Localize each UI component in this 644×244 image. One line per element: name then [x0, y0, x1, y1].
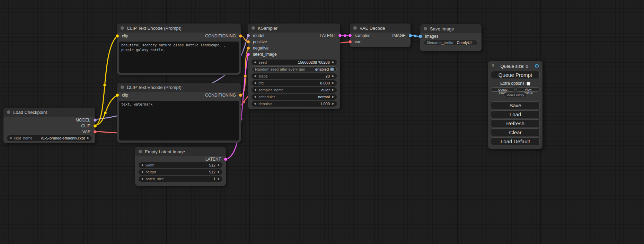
- slot-label: CONDITIONING: [205, 93, 236, 98]
- prompt-textarea[interactable]: beautiful scenery nature glass bottle la…: [119, 42, 239, 73]
- slot-label: samples: [355, 33, 370, 38]
- collapse-dot-icon[interactable]: [353, 26, 357, 30]
- queue-front-button[interactable]: Queue Front: [491, 87, 514, 92]
- settings-gear-icon[interactable]: ⚙: [535, 63, 539, 69]
- samples-input-port[interactable]: [349, 34, 352, 37]
- node-header[interactable]: Empty Latent Image: [135, 147, 226, 156]
- refresh-button[interactable]: Refresh: [491, 119, 540, 127]
- widget-height[interactable]: ◀ height 512 ▶: [139, 169, 222, 175]
- collapse-dot-icon[interactable]: [252, 26, 255, 30]
- node-header[interactable]: KSampler: [248, 24, 340, 33]
- widget-steps[interactable]: ◀ steps 20 ▶: [252, 73, 337, 79]
- conditioning-output-port[interactable]: [239, 94, 242, 97]
- collapse-dot-icon[interactable]: [121, 85, 124, 89]
- latent-output-port[interactable]: [224, 158, 227, 161]
- decrement-icon[interactable]: ◀: [254, 102, 256, 105]
- prev-value-icon[interactable]: ◀: [254, 96, 256, 98]
- widget-value: euler: [286, 88, 330, 92]
- widget-seed[interactable]: ◀ seed 156680208700286 ▶: [252, 60, 337, 65]
- node-load-checkpoint[interactable]: Load Checkpoint MODEL CLIP VAE ◀ ckpt_na…: [3, 108, 95, 143]
- images-input-port[interactable]: [419, 35, 422, 38]
- node-clip-text-encode-positive[interactable]: CLIP Text Encode (Prompt) clip CONDITION…: [117, 24, 241, 75]
- drag-handle-icon[interactable]: ⠿: [491, 64, 494, 69]
- prev-value-icon[interactable]: ◀: [9, 137, 11, 139]
- widget-width[interactable]: ◀ width 512 ▶: [139, 162, 222, 168]
- node-save-image[interactable]: Save Image images filename_prefix ComfyU…: [420, 24, 482, 51]
- clip-output-port[interactable]: [94, 124, 97, 127]
- next-value-icon[interactable]: ▶: [332, 96, 334, 98]
- node-header[interactable]: Load Checkpoint: [3, 108, 95, 117]
- node-vae-decode[interactable]: VAE Decode samples IMAGE vae: [350, 24, 411, 47]
- collapse-dot-icon[interactable]: [139, 150, 142, 153]
- increment-icon[interactable]: ▶: [332, 82, 334, 84]
- widget-value: 20: [270, 74, 329, 78]
- widget-value: 1: [166, 177, 215, 181]
- model-output-port[interactable]: [94, 118, 97, 121]
- node-clip-text-encode-negative[interactable]: CLIP Text Encode (Prompt) clip CONDITION…: [117, 83, 241, 143]
- widget-random-seed-toggle[interactable]: Random seed after every gen enabled: [252, 66, 337, 72]
- clear-button[interactable]: Clear: [491, 128, 540, 136]
- widget-label: batch_size: [145, 177, 164, 181]
- queue-prompt-button[interactable]: Queue Prompt: [491, 71, 540, 79]
- decrement-icon[interactable]: ◀: [141, 171, 143, 173]
- node-title: CLIP Text Encode (Prompt): [127, 26, 182, 31]
- increment-icon[interactable]: ▶: [332, 102, 334, 105]
- node-title: CLIP Text Encode (Prompt): [127, 85, 182, 90]
- positive-input-port[interactable]: [247, 40, 250, 44]
- increment-icon[interactable]: ▶: [218, 171, 220, 173]
- node-header[interactable]: CLIP Text Encode (Prompt): [117, 24, 241, 33]
- widget-sampler-name[interactable]: ◀ sampler_name euler ▶: [252, 87, 337, 93]
- clip-input-port[interactable]: [116, 35, 119, 38]
- clip-input-port[interactable]: [116, 94, 119, 97]
- node-empty-latent-image[interactable]: Empty Latent Image LATENT ◀ width 512 ▶ …: [135, 147, 226, 186]
- prompt-textarea[interactable]: text, watermark: [119, 101, 239, 141]
- node-title: Empty Latent Image: [145, 149, 185, 154]
- collapse-dot-icon[interactable]: [7, 110, 10, 114]
- collapse-dot-icon[interactable]: [424, 27, 427, 30]
- toggle-knob[interactable]: [330, 67, 334, 71]
- widget-value: normal: [277, 95, 330, 99]
- image-output-port[interactable]: [409, 34, 412, 37]
- extra-options-checkbox[interactable]: [527, 82, 530, 85]
- widget-denoise[interactable]: ◀ denoise 1.000 ▶: [252, 101, 337, 107]
- negative-input-port[interactable]: [247, 47, 250, 50]
- graph-canvas[interactable]: { "slot_colors": { "model": "#B39DDB", "…: [0, 0, 644, 244]
- next-value-icon[interactable]: ▶: [332, 89, 334, 91]
- widget-cfg[interactable]: ◀ cfg 8.000 ▶: [252, 80, 337, 86]
- latent-output-port[interactable]: [338, 34, 342, 37]
- increment-icon[interactable]: ▶: [218, 178, 220, 180]
- save-button[interactable]: Save: [491, 101, 540, 109]
- node-header[interactable]: CLIP Text Encode (Prompt): [117, 83, 241, 92]
- decrement-icon[interactable]: ◀: [254, 82, 256, 84]
- prev-value-icon[interactable]: ◀: [254, 89, 256, 91]
- widget-scheduler[interactable]: ◀ scheduler normal ▶: [252, 94, 337, 100]
- decrement-icon[interactable]: ◀: [141, 178, 143, 180]
- node-header[interactable]: Save Image: [420, 24, 482, 33]
- collapse-dot-icon[interactable]: [121, 26, 124, 30]
- decrement-icon[interactable]: ◀: [254, 75, 256, 78]
- load-default-button[interactable]: Load Default: [491, 137, 540, 145]
- decrement-icon[interactable]: ◀: [254, 61, 256, 64]
- node-ksampler[interactable]: KSampler model LATENT positive negative …: [248, 24, 340, 109]
- view-queue-button[interactable]: View Queue: [517, 87, 540, 92]
- increment-icon[interactable]: ▶: [218, 164, 220, 166]
- decrement-icon[interactable]: ◀: [141, 164, 143, 166]
- view-history-button[interactable]: View History: [504, 93, 527, 97]
- widget-batch-size[interactable]: ◀ batch_size 1 ▶: [139, 176, 222, 182]
- extra-options-row: Extra options: [491, 81, 540, 86]
- vae-input-port[interactable]: [349, 40, 352, 44]
- conditioning-output-port[interactable]: [239, 35, 242, 38]
- increment-icon[interactable]: ▶: [332, 75, 334, 78]
- widget-ckpt-name[interactable]: ◀ ckpt_name v1-5-pruned-emaonly.ckpt ▶: [7, 135, 92, 141]
- widget-filename-prefix[interactable]: filename_prefix ComfyUI: [424, 40, 478, 45]
- vae-output-port[interactable]: [94, 130, 97, 133]
- increment-icon[interactable]: ▶: [332, 61, 334, 64]
- latent-image-input-port[interactable]: [247, 53, 250, 56]
- widget-value: 512: [158, 170, 215, 174]
- load-button[interactable]: Load: [491, 110, 540, 118]
- queue-panel[interactable]: ⠿ Queue size: 0 ⚙ Queue Prompt Extra opt…: [488, 61, 542, 149]
- node-header[interactable]: VAE Decode: [350, 24, 411, 33]
- next-value-icon[interactable]: ▶: [87, 137, 89, 139]
- model-input-port[interactable]: [247, 34, 250, 37]
- node-title: VAE Decode: [360, 26, 385, 31]
